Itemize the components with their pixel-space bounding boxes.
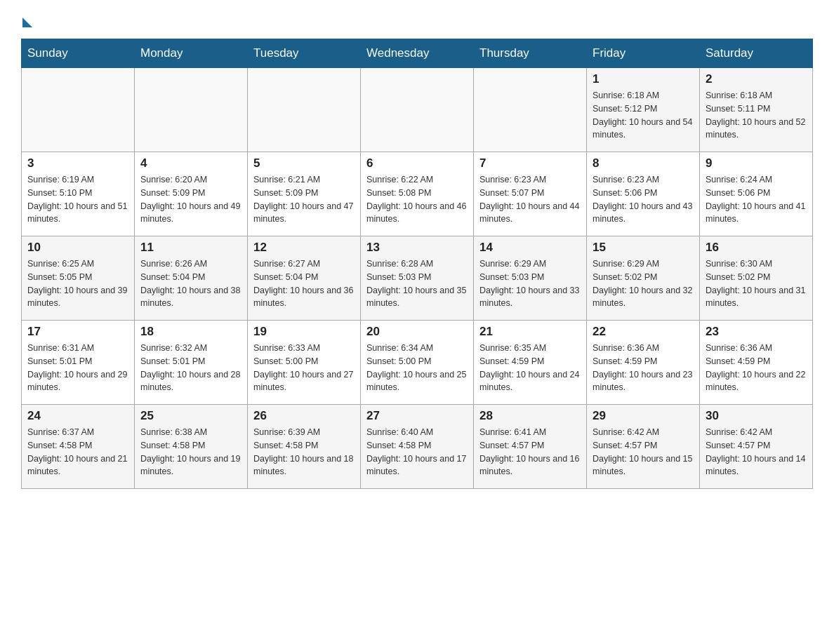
day-info: Sunrise: 6:18 AMSunset: 5:12 PMDaylight:…: [593, 89, 694, 142]
day-number: 22: [593, 325, 694, 339]
calendar-cell: [474, 68, 587, 152]
day-info: Sunrise: 6:36 AMSunset: 4:59 PMDaylight:…: [593, 342, 694, 394]
day-number: 24: [27, 409, 128, 423]
day-number: 23: [706, 325, 807, 339]
calendar-cell: 1Sunrise: 6:18 AMSunset: 5:12 PMDaylight…: [587, 68, 700, 152]
day-info: Sunrise: 6:19 AMSunset: 5:10 PMDaylight:…: [27, 173, 128, 226]
calendar-cell: 5Sunrise: 6:21 AMSunset: 5:09 PMDaylight…: [248, 152, 361, 236]
calendar-cell: 12Sunrise: 6:27 AMSunset: 5:04 PMDayligh…: [248, 236, 361, 321]
weekday-header-row: SundayMondayTuesdayWednesdayThursdayFrid…: [22, 39, 813, 68]
weekday-header-sunday: Sunday: [22, 39, 135, 68]
day-info: Sunrise: 6:42 AMSunset: 4:57 PMDaylight:…: [706, 426, 807, 478]
day-number: 13: [366, 241, 468, 255]
day-info: Sunrise: 6:27 AMSunset: 5:04 PMDaylight:…: [253, 257, 355, 310]
day-number: 20: [366, 325, 468, 339]
day-info: Sunrise: 6:32 AMSunset: 5:01 PMDaylight:…: [140, 342, 241, 394]
day-info: Sunrise: 6:41 AMSunset: 4:57 PMDaylight:…: [479, 426, 581, 478]
calendar-week-row: 3Sunrise: 6:19 AMSunset: 5:10 PMDaylight…: [22, 152, 813, 236]
day-number: 2: [706, 72, 807, 86]
day-info: Sunrise: 6:33 AMSunset: 5:00 PMDaylight:…: [253, 342, 355, 394]
weekday-header-saturday: Saturday: [700, 39, 813, 68]
day-info: Sunrise: 6:34 AMSunset: 5:00 PMDaylight:…: [366, 342, 468, 394]
day-info: Sunrise: 6:28 AMSunset: 5:03 PMDaylight:…: [366, 257, 468, 310]
weekday-header-tuesday: Tuesday: [248, 39, 361, 68]
calendar-cell: [22, 68, 135, 152]
day-info: Sunrise: 6:38 AMSunset: 4:58 PMDaylight:…: [140, 426, 241, 478]
day-number: 5: [253, 156, 355, 170]
logo-arrow-icon: [22, 18, 32, 27]
calendar-cell: 19Sunrise: 6:33 AMSunset: 5:00 PMDayligh…: [248, 321, 361, 405]
day-info: Sunrise: 6:23 AMSunset: 5:06 PMDaylight:…: [593, 173, 694, 226]
calendar-cell: 16Sunrise: 6:30 AMSunset: 5:02 PMDayligh…: [700, 236, 813, 321]
calendar-cell: 2Sunrise: 6:18 AMSunset: 5:11 PMDaylight…: [700, 68, 813, 152]
calendar-cell: 13Sunrise: 6:28 AMSunset: 5:03 PMDayligh…: [361, 236, 474, 321]
day-info: Sunrise: 6:18 AMSunset: 5:11 PMDaylight:…: [706, 89, 807, 142]
calendar-cell: 24Sunrise: 6:37 AMSunset: 4:58 PMDayligh…: [22, 405, 135, 489]
weekday-header-thursday: Thursday: [474, 39, 587, 68]
day-number: 29: [593, 409, 694, 423]
calendar-cell: 8Sunrise: 6:23 AMSunset: 5:06 PMDaylight…: [587, 152, 700, 236]
calendar-cell: 17Sunrise: 6:31 AMSunset: 5:01 PMDayligh…: [22, 321, 135, 405]
day-number: 16: [706, 241, 807, 255]
calendar-cell: 6Sunrise: 6:22 AMSunset: 5:08 PMDaylight…: [361, 152, 474, 236]
day-number: 15: [593, 241, 694, 255]
day-info: Sunrise: 6:39 AMSunset: 4:58 PMDaylight:…: [253, 426, 355, 478]
calendar-table: SundayMondayTuesdayWednesdayThursdayFrid…: [21, 39, 813, 489]
calendar-cell: 10Sunrise: 6:25 AMSunset: 5:05 PMDayligh…: [22, 236, 135, 321]
day-number: 7: [479, 156, 581, 170]
day-number: 26: [253, 409, 355, 423]
day-info: Sunrise: 6:37 AMSunset: 4:58 PMDaylight:…: [27, 426, 128, 478]
day-number: 3: [27, 156, 128, 170]
weekday-header-monday: Monday: [135, 39, 248, 68]
day-info: Sunrise: 6:25 AMSunset: 5:05 PMDaylight:…: [27, 257, 128, 310]
logo: [21, 14, 32, 25]
calendar-cell: 28Sunrise: 6:41 AMSunset: 4:57 PMDayligh…: [474, 405, 587, 489]
calendar-cell: 29Sunrise: 6:42 AMSunset: 4:57 PMDayligh…: [587, 405, 700, 489]
calendar-cell: 20Sunrise: 6:34 AMSunset: 5:00 PMDayligh…: [361, 321, 474, 405]
day-number: 30: [706, 409, 807, 423]
day-number: 14: [479, 241, 581, 255]
day-info: Sunrise: 6:42 AMSunset: 4:57 PMDaylight:…: [593, 426, 694, 478]
day-info: Sunrise: 6:30 AMSunset: 5:02 PMDaylight:…: [706, 257, 807, 310]
calendar-cell: 25Sunrise: 6:38 AMSunset: 4:58 PMDayligh…: [135, 405, 248, 489]
day-number: 21: [479, 325, 581, 339]
day-info: Sunrise: 6:35 AMSunset: 4:59 PMDaylight:…: [479, 342, 581, 394]
day-info: Sunrise: 6:24 AMSunset: 5:06 PMDaylight:…: [706, 173, 807, 226]
day-info: Sunrise: 6:40 AMSunset: 4:58 PMDaylight:…: [366, 426, 468, 478]
calendar-cell: 21Sunrise: 6:35 AMSunset: 4:59 PMDayligh…: [474, 321, 587, 405]
calendar-week-row: 17Sunrise: 6:31 AMSunset: 5:01 PMDayligh…: [22, 321, 813, 405]
weekday-header-friday: Friday: [587, 39, 700, 68]
calendar-cell: [135, 68, 248, 152]
day-info: Sunrise: 6:36 AMSunset: 4:59 PMDaylight:…: [706, 342, 807, 394]
day-number: 9: [706, 156, 807, 170]
calendar-week-row: 24Sunrise: 6:37 AMSunset: 4:58 PMDayligh…: [22, 405, 813, 489]
calendar-cell: [248, 68, 361, 152]
day-number: 6: [366, 156, 468, 170]
day-number: 18: [140, 325, 241, 339]
calendar-cell: 3Sunrise: 6:19 AMSunset: 5:10 PMDaylight…: [22, 152, 135, 236]
day-info: Sunrise: 6:29 AMSunset: 5:03 PMDaylight:…: [479, 257, 581, 310]
calendar-cell: 14Sunrise: 6:29 AMSunset: 5:03 PMDayligh…: [474, 236, 587, 321]
day-number: 1: [593, 72, 694, 86]
day-number: 12: [253, 241, 355, 255]
calendar-cell: 11Sunrise: 6:26 AMSunset: 5:04 PMDayligh…: [135, 236, 248, 321]
calendar-cell: [361, 68, 474, 152]
calendar-cell: 18Sunrise: 6:32 AMSunset: 5:01 PMDayligh…: [135, 321, 248, 405]
calendar-cell: 30Sunrise: 6:42 AMSunset: 4:57 PMDayligh…: [700, 405, 813, 489]
calendar-cell: 4Sunrise: 6:20 AMSunset: 5:09 PMDaylight…: [135, 152, 248, 236]
calendar-cell: 15Sunrise: 6:29 AMSunset: 5:02 PMDayligh…: [587, 236, 700, 321]
day-info: Sunrise: 6:31 AMSunset: 5:01 PMDaylight:…: [27, 342, 128, 394]
day-number: 27: [366, 409, 468, 423]
day-info: Sunrise: 6:20 AMSunset: 5:09 PMDaylight:…: [140, 173, 241, 226]
day-number: 19: [253, 325, 355, 339]
day-info: Sunrise: 6:26 AMSunset: 5:04 PMDaylight:…: [140, 257, 241, 310]
calendar-cell: 27Sunrise: 6:40 AMSunset: 4:58 PMDayligh…: [361, 405, 474, 489]
day-number: 11: [140, 241, 241, 255]
calendar-cell: 26Sunrise: 6:39 AMSunset: 4:58 PMDayligh…: [248, 405, 361, 489]
day-number: 17: [27, 325, 128, 339]
day-info: Sunrise: 6:23 AMSunset: 5:07 PMDaylight:…: [479, 173, 581, 226]
calendar-cell: 7Sunrise: 6:23 AMSunset: 5:07 PMDaylight…: [474, 152, 587, 236]
day-number: 25: [140, 409, 241, 423]
day-number: 28: [479, 409, 581, 423]
weekday-header-wednesday: Wednesday: [361, 39, 474, 68]
